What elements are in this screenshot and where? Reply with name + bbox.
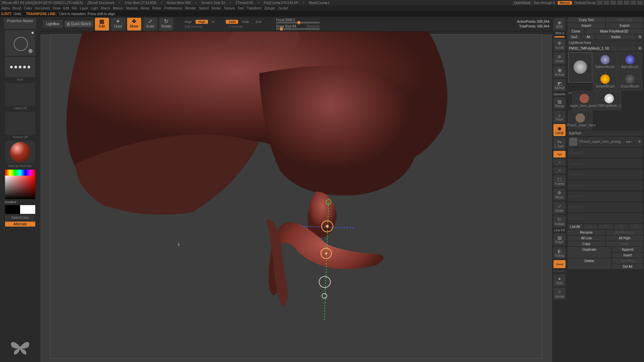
goz-button[interactable]: GoZ [568, 35, 581, 40]
brush-selector[interactable] [5, 30, 35, 56]
tool-item[interactable]: EraserBrush [618, 72, 642, 90]
copy-subtool-button[interactable]: Copy [568, 241, 605, 246]
window-icon[interactable] [597, 1, 602, 5]
menu-color[interactable]: Color [24, 6, 32, 10]
seethrough-slider[interactable]: See-through 0 [534, 1, 555, 5]
paste-subtool-button[interactable]: Paste [606, 241, 643, 246]
xpose-button[interactable]: ✧Xpose [553, 288, 566, 300]
arrow-down-button[interactable]: ▾ [614, 224, 628, 229]
menu-layer[interactable]: Layer [80, 6, 88, 10]
scroll-button[interactable]: ✥Scroll [553, 39, 566, 51]
alternate-button[interactable]: Alternate [5, 222, 35, 227]
mrgb-toggle[interactable]: Mrgb [182, 20, 195, 24]
menu-light[interactable]: Light [91, 6, 98, 10]
texture-selector[interactable] [5, 112, 35, 135]
local-button[interactable]: ◉Local [553, 124, 566, 136]
subtool-row[interactable]: Unused 3 [568, 169, 643, 180]
menu-stroke[interactable]: Stroke [211, 6, 221, 10]
swatch-white[interactable] [20, 205, 35, 214]
focal-shift-slider[interactable] [276, 22, 320, 23]
arrow-down2-button[interactable]: ⤓ [629, 224, 643, 229]
transp-button[interactable]: ◐Transp [553, 247, 566, 259]
window-icon[interactable] [604, 1, 609, 5]
floor-button[interactable]: ⏚Floor [553, 111, 566, 123]
delete-button[interactable]: Delete [568, 258, 611, 269]
tool-item[interactable]: TMPolyMesh_1 [597, 91, 621, 110]
menu-marker[interactable]: Marker [113, 6, 123, 10]
tool-item[interactable]: TPose2_super_hero [568, 111, 592, 129]
menu-movie[interactable]: Movie [141, 6, 150, 10]
quicksketch-button[interactable]: ▨ Quick Sketch [65, 21, 93, 27]
goz-all-button[interactable]: All [582, 35, 595, 40]
subtool-header[interactable]: SubTool [568, 131, 643, 136]
satval-box[interactable] [5, 176, 35, 199]
scale-view-button[interactable]: ⤢Scale [553, 202, 566, 214]
rotate-view-button[interactable]: ↻Rotate [553, 215, 566, 227]
autoreorder-button[interactable]: AutoReorder [606, 230, 643, 235]
z-intensity-slider[interactable]: Z Intensity [226, 24, 264, 28]
menu-material[interactable]: Material [126, 6, 138, 10]
tool-item[interactable]: SimpleBrush [593, 72, 617, 90]
maximize-icon[interactable] [631, 1, 636, 5]
bpr-button[interactable]: ◉BPR [553, 18, 566, 30]
scale-mode-button[interactable]: ⤢Scale [143, 18, 157, 31]
canvas[interactable]: ╋ [40, 32, 552, 362]
minimize-icon[interactable] [624, 1, 629, 5]
switchcolor-button[interactable]: SwitchColor [5, 215, 35, 220]
del-other-button[interactable]: Del Other [612, 258, 643, 263]
polyf-button[interactable]: ▦PolyF [553, 233, 566, 245]
gradient-label[interactable]: Gradient [5, 200, 16, 204]
menu-edit[interactable]: Edit [63, 6, 69, 10]
lsym-button[interactable]: ⇆L.Sym [553, 137, 566, 149]
zadd-toggle[interactable]: Zadd [226, 20, 238, 24]
move-mode-button[interactable]: ✥Move [127, 18, 141, 31]
edit-mode-button[interactable]: ▦Edit [95, 18, 109, 31]
window-icon[interactable] [617, 1, 623, 5]
subtool-row[interactable]: Unused 6 [568, 202, 643, 213]
frame-button[interactable]: ▢Frame [553, 175, 566, 187]
menu-transform[interactable]: Transform [246, 6, 261, 10]
zcut-toggle[interactable]: Zcut [253, 20, 264, 24]
menu-preferences[interactable]: Preferences [164, 6, 182, 10]
close-icon[interactable] [637, 1, 643, 5]
menus-button[interactable]: Menus [558, 1, 572, 5]
append-button[interactable]: Append [612, 247, 643, 252]
list-all-button[interactable]: List All [568, 224, 583, 229]
current-tool[interactable]: PM3D_TMPolyMesh_1. 50 [568, 46, 636, 51]
blank-button-2[interactable]: ⊡ [553, 167, 566, 174]
rename-button[interactable]: Rename [568, 230, 605, 235]
subtool-row[interactable]: Unused 5 [568, 191, 643, 202]
m-toggle[interactable]: M [209, 20, 217, 24]
subtool-row[interactable]: Unused 2 [568, 158, 643, 169]
visibility-icon[interactable]: 👁 [638, 139, 642, 144]
del-all-button[interactable]: Del All [612, 264, 643, 269]
insert-button[interactable]: Insert [612, 253, 643, 258]
menu-document[interactable]: Document [35, 6, 50, 10]
tool-item[interactable]: super_hero_posing [572, 91, 596, 110]
menu-alpha[interactable]: Alpha [1, 6, 10, 10]
rotate-mode-button[interactable]: ↻Rotate [159, 18, 173, 31]
menu-draw[interactable]: Draw [53, 6, 60, 10]
subtool-row-active[interactable]: TPose2_super_hero_posing ●●○ 👁 [568, 136, 643, 147]
menu-macro[interactable]: Macro [101, 6, 110, 10]
menu-brush[interactable]: Brush [13, 6, 21, 10]
make-polymesh-button[interactable]: Make PolyMesh3D [585, 29, 643, 34]
subtool-row[interactable]: Unused 7 [568, 213, 643, 224]
blank-button[interactable]: ⊙ [553, 159, 566, 166]
menu-zscript[interactable]: Zscript [278, 6, 288, 10]
ghost-button[interactable]: Ghost [553, 260, 566, 268]
window-icon[interactable] [610, 1, 616, 5]
copy-tool-button[interactable]: Copy Tool [568, 17, 605, 22]
lightbox-button[interactable]: LightBox [43, 20, 63, 28]
draw-mode-button[interactable]: ✦Draw [111, 18, 125, 31]
lightbox-tools-header[interactable]: Lightbox▸Tools [568, 40, 643, 45]
spix-slider[interactable] [554, 36, 565, 38]
menu-render[interactable]: Render [185, 6, 196, 10]
arrow-up2-button[interactable]: ⤒ [598, 224, 613, 229]
tool-item[interactable]: SphereBrush [593, 52, 617, 71]
all-high-button[interactable]: All High [606, 236, 643, 241]
tool-r-button[interactable]: R [637, 46, 643, 51]
mrgb2-toggle[interactable]: Mrgb [196, 20, 208, 24]
xyz-button[interactable]: Xyz [553, 151, 566, 158]
menu-tool[interactable]: Tool [237, 6, 244, 10]
